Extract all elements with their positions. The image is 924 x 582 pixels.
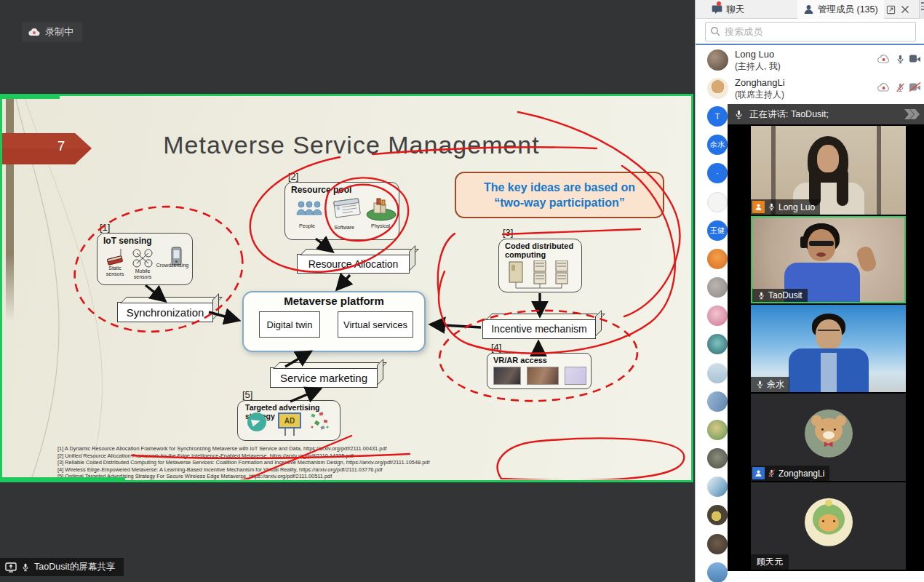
- slide-side-stripe: [6, 96, 14, 322]
- speaking-mic-icon: [734, 109, 744, 120]
- participant-name: 顾天元: [757, 556, 783, 568]
- member-avatar[interactable]: [707, 448, 728, 469]
- ad-billboard-legs: [284, 428, 295, 436]
- tab-manage-members[interactable]: 管理成员 (135): [797, 0, 884, 19]
- mic-on-icon[interactable]: [896, 54, 905, 65]
- cloud-record-icon[interactable]: [877, 54, 890, 63]
- video-nameplate: 余水: [751, 377, 789, 392]
- member-avatar[interactable]: [707, 391, 728, 412]
- presentation-slide: 7 Metaverse Service Management The key i…: [2, 96, 691, 480]
- video-panel: 正在讲话: TaoDusit;: [728, 104, 924, 571]
- member-avatar[interactable]: [707, 420, 728, 440]
- ads-group: Targeted advertising strategy AD: [237, 400, 340, 441]
- vrar-title: VR/AR access: [493, 356, 547, 364]
- reference-2: [2] Unified Resource Allocation Framewor…: [57, 453, 654, 460]
- synchronization-label: Synchronization: [127, 306, 204, 319]
- key-ideas-line1: The key ideas are based on: [484, 180, 635, 195]
- tab-chat[interactable]: 聊天: [706, 0, 750, 19]
- tab-members-label: 管理成员 (135): [818, 4, 878, 16]
- member-avatar[interactable]: [707, 363, 728, 383]
- video-panel-header[interactable]: 正在讲话: TaoDusit;: [728, 104, 924, 124]
- member-avatar[interactable]: T: [707, 106, 728, 127]
- video-tile-zonghangli[interactable]: ZonghangLi: [751, 394, 906, 481]
- member-avatar[interactable]: ·: [707, 163, 728, 183]
- recording-label: 录制中: [45, 25, 73, 39]
- key-ideas-line2: “two-way participation”: [494, 195, 625, 210]
- video-tile-long-luo[interactable]: Long Luo: [751, 126, 906, 215]
- member-role: (联席主持人): [735, 89, 784, 101]
- ref-label-2: [2]: [288, 171, 298, 182]
- speaking-now-label: 正在讲话: TaoDusit;: [749, 108, 829, 121]
- cloud-record-icon[interactable]: [877, 82, 890, 92]
- camera-off-icon[interactable]: [909, 82, 921, 92]
- video-nameplate: TaoDusit: [752, 289, 808, 302]
- dino-avatar: [805, 498, 853, 546]
- search-icon: [710, 26, 720, 36]
- ref-label-1: [1]: [100, 222, 110, 233]
- collapse-panel-button[interactable]: [908, 109, 920, 119]
- video-tile-taodusit[interactable]: TaoDusit: [751, 216, 906, 303]
- member-avatar[interactable]: 余水: [707, 135, 728, 155]
- member-avatar[interactable]: [707, 192, 728, 212]
- cloud-record-icon: [28, 28, 40, 36]
- member-avatar[interactable]: [707, 334, 728, 354]
- member-avatar[interactable]: [707, 505, 728, 525]
- ref-label-3: [3]: [503, 227, 513, 238]
- member-avatar[interactable]: [707, 534, 728, 554]
- participant-name: ZonghangLi: [778, 469, 824, 479]
- video-tile-gutianyuan[interactable]: 顾天元: [751, 482, 906, 570]
- iot-sensing-group: IoT sensing Static sensors: [97, 233, 193, 285]
- vr-glasses-photo: [565, 367, 586, 385]
- docked-panel-sliver[interactable]: [919, 0, 924, 19]
- pool-item-physical: Physical: [371, 223, 390, 229]
- resource-pool-title: Resource pool: [291, 185, 351, 195]
- screen-share-badge[interactable]: TaoDusit的屏幕共享: [0, 558, 124, 576]
- popout-icon: [886, 5, 896, 15]
- chat-notification-dot: [717, 1, 721, 6]
- cdc-server-icons: [505, 260, 578, 291]
- resource-pool-group: Resource pool: [284, 182, 399, 240]
- iot-sensing-title: IoT sensing: [103, 236, 152, 246]
- member-avatar[interactable]: [707, 306, 728, 326]
- popout-panel-button[interactable]: [884, 3, 897, 16]
- member-avatar[interactable]: 王健: [707, 220, 728, 241]
- participant-name: 余水: [767, 378, 784, 391]
- ref-label-5: [5]: [242, 389, 252, 400]
- member-avatar[interactable]: [707, 249, 728, 269]
- key-ideas-callout: The key ideas are based on “two-way part…: [455, 172, 664, 218]
- camera-on-icon[interactable]: [909, 54, 921, 63]
- reference-1: [1] A Dynamic Resource Allocation Framew…: [57, 445, 654, 453]
- pool-item-people: People: [299, 223, 315, 229]
- member-avatar[interactable]: [707, 277, 728, 298]
- slide-number: 7: [50, 138, 72, 154]
- reference-4: [4] Wireless Edge-Empowered Metaverse: A…: [57, 466, 654, 474]
- incentive-mechanism-box: Incentive mechanism: [482, 319, 596, 339]
- pool-item-software: Software: [334, 225, 354, 231]
- avatar: [707, 78, 728, 99]
- member-name: ZonghangLi: [735, 77, 785, 88]
- iot-item-mobile: Mobile sensors: [130, 268, 155, 279]
- mic-muted-icon[interactable]: [896, 82, 905, 93]
- recording-badge[interactable]: 录制中: [22, 22, 82, 42]
- close-icon: [901, 5, 909, 14]
- member-row-long-luo[interactable]: Long Luo (主持人, 我): [696, 46, 924, 74]
- bear-avatar: [805, 410, 853, 458]
- close-panel-button[interactable]: [899, 3, 912, 16]
- video-tile-yushui[interactable]: 余水: [751, 305, 906, 392]
- member-avatar[interactable]: [707, 562, 728, 582]
- participant-name: Long Luo: [778, 202, 815, 212]
- mic-on-icon: [756, 380, 764, 389]
- search-members-input[interactable]: [705, 22, 916, 41]
- member-role: (主持人, 我): [735, 60, 781, 73]
- reference-3: [3] Reliable Coded Distributed Computing…: [57, 459, 654, 466]
- tab-chat-label: 聊天: [726, 4, 744, 16]
- panel-divider[interactable]: [696, 44, 924, 45]
- service-marketing-box: Service marketing: [270, 367, 378, 388]
- member-row-zonghangli[interactable]: ZonghangLi (联席主持人): [696, 74, 924, 103]
- member-avatar[interactable]: [707, 477, 728, 497]
- ar-scene-photo: [527, 367, 559, 385]
- cdc-title: Coded distributed computing: [505, 242, 578, 259]
- mic-on-icon: [757, 291, 765, 300]
- sidebar-tabbar: 聊天 管理成员 (135): [696, 0, 924, 19]
- ad-label: AD: [284, 417, 295, 425]
